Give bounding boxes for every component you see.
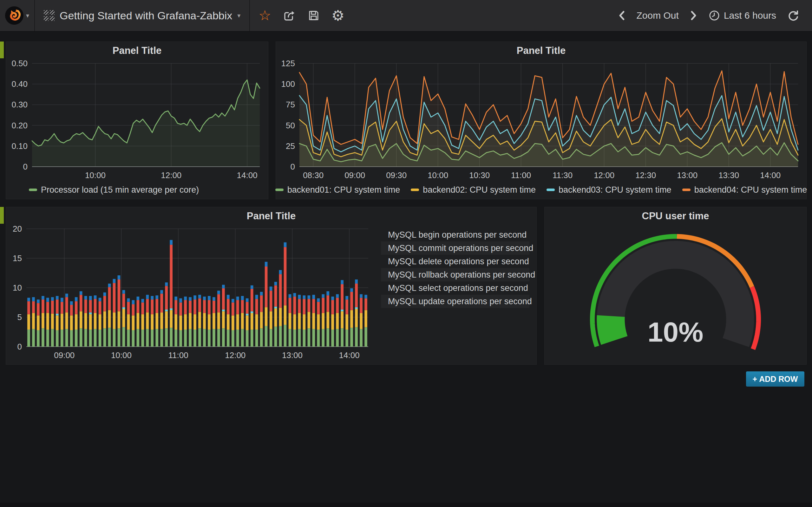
time-range-label: Last 6 hours xyxy=(724,10,776,21)
grafana-menu-button[interactable]: ▾ xyxy=(0,0,34,31)
svg-text:0.50: 0.50 xyxy=(11,59,28,68)
svg-text:08:30: 08:30 xyxy=(303,170,323,180)
chevron-right-icon xyxy=(690,10,698,21)
star-button[interactable]: ☆ xyxy=(253,0,276,31)
panel-title[interactable]: CPU user time xyxy=(545,207,806,224)
legend-item[interactable]: MySQL rollback operations per second xyxy=(381,268,529,281)
legend-item[interactable]: backend04: CPU system time xyxy=(682,185,807,195)
time-controls: Zoom Out Last 6 hours xyxy=(613,0,812,31)
legend-item[interactable]: backend01: CPU system time xyxy=(275,185,400,195)
dashboard-title-button[interactable]: Getting Started with Grafana-Zabbix ▾ xyxy=(35,0,249,31)
gear-icon: ⚙ xyxy=(332,8,345,23)
svg-text:0.30: 0.30 xyxy=(11,100,28,109)
svg-text:0.10: 0.10 xyxy=(11,141,28,151)
save-icon xyxy=(307,9,321,22)
save-button[interactable] xyxy=(301,0,326,31)
legend: Processor load (15 min average per core) xyxy=(9,182,265,198)
legend-label: Processor load (15 min average per core) xyxy=(41,185,199,195)
svg-text:20: 20 xyxy=(13,224,22,233)
legend-item[interactable]: MySQL update operations per second xyxy=(381,295,529,308)
cpu-system-time-line-chart[interactable]: 025507510012508:3009:0009:3010:0010:3011… xyxy=(278,59,804,181)
chevron-down-icon: ▾ xyxy=(237,12,241,19)
processor-load-line-chart[interactable]: 00.100.200.300.400.5010:0012:0014:00 xyxy=(9,59,265,181)
grafana-logo-icon xyxy=(5,6,23,25)
svg-text:0.20: 0.20 xyxy=(11,121,28,130)
panel-title[interactable]: Panel Title xyxy=(6,42,268,59)
panel-title[interactable]: Panel Title xyxy=(276,42,806,59)
svg-text:13:30: 13:30 xyxy=(718,170,739,180)
svg-text:11:00: 11:00 xyxy=(511,170,531,180)
legend-item[interactable]: Processor load (15 min average per core) xyxy=(29,185,199,195)
legend-label: backend02: CPU system time xyxy=(423,185,536,195)
time-range-button[interactable]: Last 6 hours xyxy=(705,0,780,31)
legend-label: MySQL update operations per second xyxy=(388,297,532,306)
dashboard-grid-icon xyxy=(44,10,55,21)
svg-text:0.40: 0.40 xyxy=(11,79,28,89)
share-icon xyxy=(282,9,296,22)
legend: backend01: CPU system timebackend02: CPU… xyxy=(278,182,804,198)
legend-label: MySQL delete operations per second xyxy=(388,257,529,267)
clock-icon xyxy=(709,10,720,21)
top-navbar: ▾ Getting Started with Grafana-Zabbix ▾ … xyxy=(0,0,812,32)
mysql-operations-bar-chart[interactable]: 0510152009:0010:0011:0012:0013:0014:00 xyxy=(9,224,373,361)
svg-text:0: 0 xyxy=(23,162,28,171)
time-shift-back-button[interactable] xyxy=(613,0,630,31)
panel-mysql-operations: Panel Title 0510152009:0010:0011:0012:00… xyxy=(6,207,537,365)
legend-label: MySQL select operations per second xyxy=(388,283,528,293)
legend-item[interactable]: MySQL commit operations per second xyxy=(381,241,529,255)
refresh-button[interactable] xyxy=(783,0,804,31)
legend-label: MySQL begin operations per second xyxy=(388,230,526,240)
svg-text:13:00: 13:00 xyxy=(282,350,303,360)
legend-swatch xyxy=(682,188,691,191)
row-toggle-tab[interactable] xyxy=(0,207,4,224)
legend-label: backend01: CPU system time xyxy=(287,185,400,195)
svg-text:10:00: 10:00 xyxy=(111,350,132,360)
legend: MySQL begin operations per secondMySQL c… xyxy=(381,228,529,308)
svg-text:14:00: 14:00 xyxy=(237,170,258,180)
window-bottom-edge xyxy=(0,503,812,507)
legend-item[interactable]: MySQL begin operations per second xyxy=(381,228,529,241)
svg-text:10:30: 10:30 xyxy=(469,170,490,180)
share-button[interactable] xyxy=(276,0,301,31)
zoom-out-label: Zoom Out xyxy=(637,10,679,21)
add-row-button[interactable]: + ADD ROW xyxy=(746,372,804,387)
legend-swatch xyxy=(411,188,419,191)
legend-label: MySQL commit operations per second xyxy=(388,243,533,253)
refresh-icon xyxy=(787,9,800,22)
svg-text:10: 10 xyxy=(13,283,22,292)
panel-cpu-system-time: Panel Title 025507510012508:3009:0009:30… xyxy=(275,42,807,199)
svg-text:12:00: 12:00 xyxy=(225,350,246,360)
time-shift-forward-button[interactable] xyxy=(686,0,702,31)
legend-item[interactable]: MySQL delete operations per second xyxy=(381,255,529,268)
legend-item[interactable]: MySQL select operations per second xyxy=(381,281,529,295)
star-icon: ☆ xyxy=(258,9,271,22)
gauge-value: 10% xyxy=(647,316,703,348)
svg-text:0: 0 xyxy=(291,162,295,171)
settings-button[interactable]: ⚙ xyxy=(326,0,350,31)
panel-cpu-user-time: CPU user time 10% xyxy=(544,207,807,365)
legend-swatch xyxy=(275,188,284,191)
svg-text:25: 25 xyxy=(286,141,295,151)
navbar-actions: ☆ ⚙ xyxy=(250,0,353,31)
legend-label: MySQL rollback operations per second xyxy=(388,270,535,280)
legend-label: backend03: CPU system time xyxy=(559,185,671,195)
chevron-left-icon xyxy=(618,10,626,21)
svg-text:14:00: 14:00 xyxy=(339,350,360,360)
svg-text:10:00: 10:00 xyxy=(427,170,448,180)
chevron-down-icon: ▾ xyxy=(26,12,29,19)
panel-title[interactable]: Panel Title xyxy=(6,207,537,224)
zoom-out-button[interactable]: Zoom Out xyxy=(632,0,683,31)
dashboard-title: Getting Started with Grafana-Zabbix xyxy=(60,9,232,22)
svg-text:100: 100 xyxy=(281,79,295,89)
svg-text:12:00: 12:00 xyxy=(161,170,182,180)
svg-text:09:00: 09:00 xyxy=(345,170,365,180)
svg-text:11:00: 11:00 xyxy=(168,350,189,360)
svg-text:14:00: 14:00 xyxy=(760,170,780,180)
legend-item[interactable]: backend03: CPU system time xyxy=(547,185,671,195)
legend-item[interactable]: backend02: CPU system time xyxy=(411,185,536,195)
row-toggle-tab[interactable] xyxy=(0,42,4,58)
svg-text:12:00: 12:00 xyxy=(594,170,614,180)
legend-swatch xyxy=(547,188,555,191)
cpu-user-time-gauge: 10% xyxy=(547,224,804,362)
svg-text:50: 50 xyxy=(286,121,295,130)
